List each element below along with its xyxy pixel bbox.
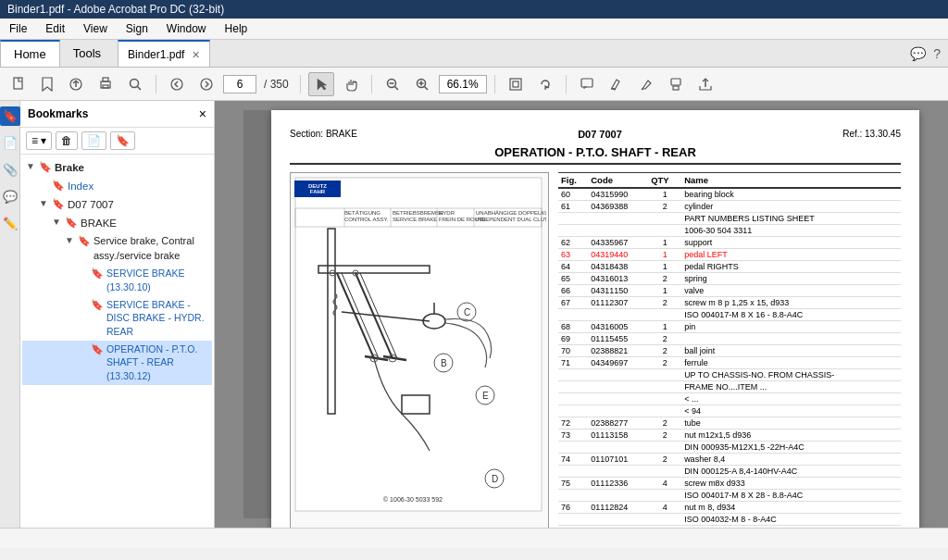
separator-1 [156, 75, 156, 93]
brake-sub-bookmark-icon: 🔖 [65, 216, 78, 230]
bookmarks-panel-icon[interactable]: 🔖 [0, 106, 20, 126]
page-gray-margin [243, 110, 271, 518]
svg-rect-17 [510, 79, 521, 90]
bookmark-d07[interactable]: ▼ 🔖 D07 7007 [22, 195, 212, 214]
pdf-diagram: DEUTZFAHR [290, 172, 549, 528]
menu-file[interactable]: File [6, 20, 31, 37]
tab-icons: 💬 ? [910, 40, 948, 67]
pdf-page: Section: BRAKE D07 7007 Ref.: 13.30.45 O… [271, 110, 919, 528]
upload-button[interactable] [63, 72, 89, 96]
next-page-button[interactable] [193, 72, 219, 96]
svg-text:© 1006-30 5033 592: © 1006-30 5033 592 [383, 496, 443, 503]
menu-window[interactable]: Window [163, 20, 210, 37]
pto-bookmark-icon: 🔖 [91, 342, 104, 356]
svg-point-6 [131, 79, 139, 87]
layers-panel-icon[interactable]: 📄 [0, 133, 20, 153]
delete-bookmark-button[interactable]: 🗑 [56, 131, 78, 150]
svg-text:C: C [464, 307, 470, 317]
service-brake-bookmark-icon: 🔖 [78, 234, 91, 248]
comment-tool-button[interactable] [574, 72, 600, 96]
attachments-panel-icon[interactable]: 📎 [0, 160, 20, 180]
main-content: 🔖 📄 📎 💬 ✏️ Bookmarks × ≡ ▾ 🗑 📄 🔖 ▼ 🔖 Bra… [0, 101, 948, 528]
table-row: DIN 000125-A 8,4-140HV-A4C [558, 466, 901, 478]
left-panel: 🔖 📄 📎 💬 ✏️ [0, 101, 20, 528]
hand-tool-button[interactable] [338, 72, 364, 96]
menu-sign[interactable]: Sign [122, 20, 152, 37]
print-button[interactable] [93, 72, 118, 96]
table-row: 76011128244nut m 8, d934 [558, 502, 901, 514]
svg-line-16 [424, 86, 428, 90]
home-tab[interactable]: Home [0, 40, 60, 67]
pdf-operation-title: OPERATION - P.T.O. SHAFT - REAR [290, 145, 901, 165]
zoom-out-button[interactable] [380, 72, 405, 96]
svg-text:BETRIEBSBREMSE: BETRIEBSBREMSE [393, 210, 443, 216]
menu-view[interactable]: View [80, 20, 111, 37]
table-row: 75011123364screw m8x d933 [558, 478, 901, 490]
parts-table-area: Fig. Code QTY Name 60043159901bearing bl… [558, 172, 901, 528]
menu-edit[interactable]: Edit [42, 20, 69, 37]
highlight-button[interactable] [604, 72, 630, 96]
svg-point-9 [201, 79, 212, 90]
expand-all-button[interactable]: ≡ ▾ [26, 131, 52, 150]
tools-panel-icon[interactable]: ✏️ [0, 214, 20, 233]
table-row: 63043194401pedal LEFT [558, 249, 901, 261]
d07-arrow-icon: ▼ [39, 197, 50, 210]
share-button[interactable] [692, 72, 718, 96]
select-tool-button[interactable] [308, 72, 334, 96]
bookmark-index[interactable]: 🔖 Index [22, 177, 212, 195]
pen-tool-button[interactable] [633, 72, 659, 96]
svg-marker-1 [43, 78, 52, 91]
pto-label: OPERATION - P.T.O. SHAFT - REAR (13.30.1… [106, 342, 208, 383]
zoom-input[interactable]: 66.1% [439, 75, 487, 93]
pdf-view-area[interactable]: Section: BRAKE D07 7007 Ref.: 13.30.45 O… [215, 101, 948, 528]
close-sidebar-button[interactable]: × [199, 106, 206, 121]
bookmark-service-brake-disc[interactable]: 🔖 SERVICE BRAKE - DISC BRAKE - HYDR. REA… [22, 296, 212, 341]
bookmark-button[interactable] [35, 72, 59, 96]
table-row: 68043160051pin [558, 321, 901, 333]
bookmark-brake-sub[interactable]: ▼ 🔖 BRAKE [22, 214, 212, 232]
zoom-search-button[interactable] [122, 72, 148, 96]
comment-icon[interactable]: 💬 [910, 46, 926, 61]
svg-line-7 [138, 86, 142, 90]
bookmark-service-brake[interactable]: ▼ 🔖 Service brake, Contral assy./service… [22, 232, 212, 265]
close-tab-button[interactable]: × [192, 47, 199, 62]
new-bookmark-button[interactable]: 📄 [81, 131, 106, 150]
tools-tab[interactable]: Tools [60, 40, 114, 67]
sb1-label: SERVICE BRAKE (13.30.10) [106, 267, 208, 293]
parts-table: Fig. Code QTY Name 60043159901bearing bl… [558, 172, 901, 528]
doc-tab[interactable]: Binder1.pdf × [118, 40, 210, 67]
prev-page-button[interactable] [164, 72, 190, 96]
col-fig: Fig. [558, 173, 588, 189]
table-row: PART NUMBERS LISTING SHEET [558, 213, 901, 225]
zoom-in-button[interactable] [409, 72, 435, 96]
bookmark-brake[interactable]: ▼ 🔖 Brake [22, 158, 212, 177]
doc-ref: D07 7007 [578, 129, 622, 140]
new-file-button[interactable] [6, 72, 31, 96]
menu-help[interactable]: Help [221, 20, 252, 37]
help-icon[interactable]: ? [933, 46, 941, 61]
brake-sub-label: BRAKE [81, 216, 208, 230]
fit-page-button[interactable] [503, 72, 529, 96]
table-row: UP TO CHASSIS-NO. FROM CHASSIS- [558, 369, 901, 381]
stamp-button[interactable] [663, 72, 689, 96]
table-row: 1006-30 504 3311 [558, 225, 901, 237]
index-label: Index [68, 179, 208, 193]
page-number-input[interactable]: 6 [223, 75, 256, 93]
separator-5 [566, 75, 567, 93]
table-row: FRAME NO....ITEM ... [558, 381, 901, 393]
table-row: < ... [558, 393, 901, 405]
comments-panel-icon[interactable]: 💬 [0, 187, 20, 206]
table-row: 70023888212ball joint [558, 345, 901, 357]
disc-bookmark-icon: 🔖 [91, 298, 104, 312]
bookmark-options-button[interactable]: 🔖 [110, 131, 135, 150]
brake-bookmark-icon: 🔖 [39, 160, 52, 174]
col-name: Name [681, 173, 901, 189]
svg-text:E: E [482, 391, 489, 401]
parts-diagram-svg: B C D E © 1006-30 5033 592 BETÄTIGUN [291, 173, 546, 516]
bookmark-service-brake-1[interactable]: 🔖 SERVICE BRAKE (13.30.10) [22, 265, 212, 295]
svg-rect-22 [671, 79, 680, 85]
rotate-button[interactable] [532, 72, 558, 96]
bookmark-operation-pto[interactable]: 🔖 OPERATION - P.T.O. SHAFT - REAR (13.30… [22, 341, 212, 385]
table-row: 60043159901bearing block [558, 188, 901, 201]
pdf-page-header: Section: BRAKE D07 7007 Ref.: 13.30.45 [290, 129, 901, 140]
